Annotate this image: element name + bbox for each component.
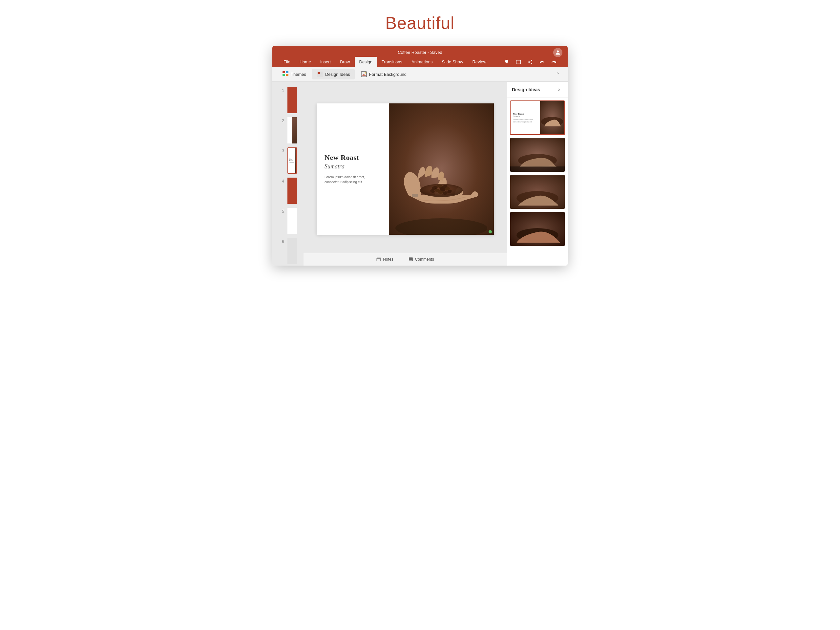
- svg-rect-6: [321, 72, 322, 74]
- themes-label: Themes: [291, 72, 306, 77]
- svg-rect-11: [389, 103, 494, 235]
- menu-item-home[interactable]: Home: [295, 57, 316, 67]
- slide-row-6: 6: [279, 238, 297, 264]
- slide-canvas[interactable]: New Roast Sumatra Lorem ipsum dolor sit …: [317, 103, 494, 235]
- themes-button[interactable]: Themes: [278, 69, 311, 79]
- menu-item-slideshow[interactable]: Slide Show: [437, 57, 467, 67]
- coffee-beans-image: [389, 103, 494, 235]
- document-title: Coffee Roaster - Saved: [398, 50, 442, 55]
- notes-icon: [376, 257, 381, 262]
- comments-icon: [409, 257, 413, 262]
- slide-number-2: 2: [279, 119, 284, 123]
- ribbon-collapse-button[interactable]: ⌃: [553, 70, 562, 79]
- di-1-image: [540, 101, 564, 134]
- slide-thumbnail-2[interactable]: [287, 117, 297, 144]
- design-ideas-icon: [317, 71, 323, 78]
- format-background-icon: [361, 71, 367, 78]
- slide-content-left: New Roast Sumatra Lorem ipsum dolor sit …: [317, 103, 389, 235]
- svg-rect-2: [283, 74, 285, 76]
- slide-image-area: [389, 103, 494, 235]
- slide-number-3: 3: [279, 149, 284, 153]
- app-window: Coffee Roaster - Saved File Home Insert …: [272, 46, 568, 266]
- present-button[interactable]: [514, 57, 523, 66]
- redo-button[interactable]: [549, 57, 559, 66]
- toolbar-icons: [502, 57, 561, 66]
- title-bar-top: Coffee Roaster - Saved: [278, 50, 562, 55]
- design-ideas-list: New Roast Sumatra Lorem ipsum dolor sit …: [507, 98, 568, 266]
- svg-rect-8: [317, 76, 321, 76]
- user-icon: [555, 50, 561, 55]
- themes-icon: [282, 71, 289, 78]
- svg-rect-0: [283, 71, 285, 73]
- slide-number-5: 5: [279, 209, 284, 214]
- design-ideas-label: Design Ideas: [325, 72, 350, 77]
- slide-thumbnail-4[interactable]: [287, 177, 297, 204]
- slide-sync-indicator: [489, 230, 492, 233]
- svg-rect-27: [412, 194, 418, 197]
- design-panel-header: Design Ideas ×: [507, 82, 568, 98]
- slide-number-1: 1: [279, 88, 284, 93]
- design-ideas-panel: Design Ideas × New Roast Sumatra Lorem i…: [507, 82, 568, 266]
- page-title: Beautiful: [385, 13, 455, 33]
- menu-bar: File Home Insert Draw Design Transitions…: [278, 57, 562, 67]
- coffee-image-svg: [389, 103, 494, 235]
- slide-number-4: 4: [279, 179, 284, 184]
- slide-subtitle: Sumatra: [325, 163, 381, 170]
- design-idea-2[interactable]: New Roast Sumatra Lorem ipsum dolor sit …: [510, 138, 565, 172]
- di-2-bottom: [510, 166, 565, 172]
- undo-button[interactable]: [537, 57, 547, 66]
- format-background-label: Format Background: [369, 72, 407, 77]
- title-bar: Coffee Roaster - Saved File Home Insert …: [272, 46, 568, 67]
- menu-item-transitions[interactable]: Transitions: [377, 57, 407, 67]
- design-idea-3[interactable]: New Roast Sumatra Lorem ipsum dolor: [510, 175, 565, 209]
- svg-rect-5: [317, 72, 320, 74]
- slide-bottom-bar: Notes Comments: [303, 253, 507, 266]
- slide-thumbnail-5[interactable]: [287, 208, 297, 234]
- design-panel-close-button[interactable]: ×: [555, 86, 563, 93]
- menu-item-insert[interactable]: Insert: [316, 57, 336, 67]
- slide-thumbnail-6[interactable]: [287, 238, 297, 264]
- slide-row-2: 2: [279, 117, 297, 144]
- user-account-button[interactable]: [553, 48, 562, 57]
- di-1-body: Lorem ipsum dolor sit amet, consectetur …: [513, 119, 537, 123]
- menu-item-draw[interactable]: Draw: [335, 57, 354, 67]
- design-idea-1-text: New Roast Sumatra Lorem ipsum dolor sit …: [510, 101, 540, 134]
- comments-label: Comments: [415, 257, 434, 262]
- design-panel-title: Design Ideas: [512, 87, 540, 92]
- design-idea-1[interactable]: New Roast Sumatra Lorem ipsum dolor sit …: [510, 100, 565, 135]
- slide-body-text: Lorem ipsum dolor sit amet, consectetur …: [325, 175, 381, 185]
- lightbulb-button[interactable]: [502, 57, 511, 66]
- menu-item-file[interactable]: File: [279, 57, 295, 67]
- main-area: 1 2: [272, 82, 568, 266]
- notes-button[interactable]: Notes: [374, 256, 396, 263]
- menu-item-review[interactable]: Review: [467, 57, 491, 67]
- ribbon: Themes Design Ideas: [272, 67, 568, 82]
- svg-point-10: [365, 72, 366, 74]
- svg-rect-7: [317, 74, 322, 75]
- di-1-title: New Roast: [513, 112, 537, 115]
- menu-item-design[interactable]: Design: [355, 57, 377, 67]
- slide-thumbnail-3[interactable]: New Roast Sumatra: [287, 147, 297, 174]
- format-background-button[interactable]: Format Background: [356, 69, 411, 79]
- svg-rect-9: [361, 71, 366, 77]
- slide-canvas-wrap: New Roast Sumatra Lorem ipsum dolor sit …: [303, 82, 507, 253]
- di-1-subtitle: Sumatra: [513, 115, 537, 117]
- main-slide-area: New Roast Sumatra Lorem ipsum dolor sit …: [303, 82, 507, 266]
- design-idea-4[interactable]: [510, 212, 565, 246]
- slide-thumbnail-1[interactable]: [287, 87, 297, 113]
- slide-row-3: 3 New Roast Sumatra: [279, 147, 297, 174]
- slide-row-5: 5: [279, 208, 297, 234]
- svg-rect-1: [286, 71, 289, 73]
- share-button[interactable]: [526, 57, 535, 66]
- slide-title: New Roast: [325, 153, 381, 162]
- slide-panel: 1 2: [272, 82, 303, 266]
- slide-row-1: 1: [279, 87, 297, 113]
- menu-item-animations[interactable]: Animations: [407, 57, 437, 67]
- comments-button[interactable]: Comments: [406, 256, 437, 263]
- slide-number-6: 6: [279, 239, 284, 244]
- notes-label: Notes: [383, 257, 393, 262]
- design-ideas-button[interactable]: Design Ideas: [312, 69, 355, 79]
- svg-rect-3: [286, 74, 289, 76]
- slide-row-4: 4: [279, 177, 297, 204]
